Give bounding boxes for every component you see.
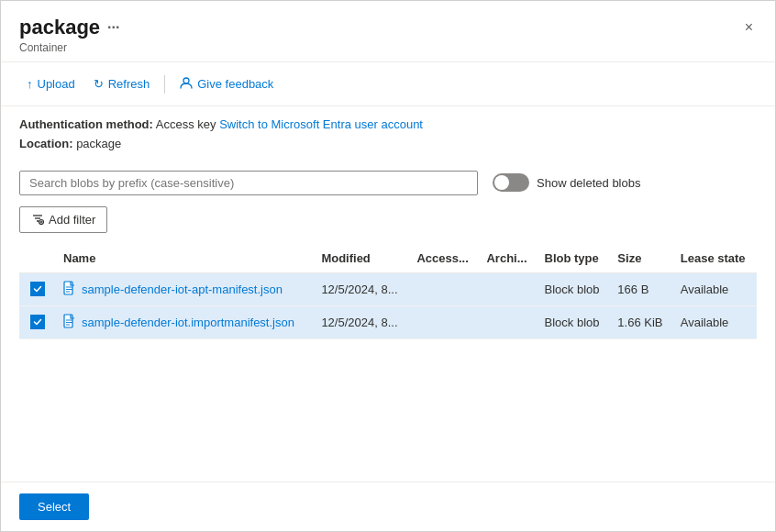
table-container: Name Modified Access... Archi... Blob ty…: [1, 244, 775, 482]
row-blob-type: Block blob: [538, 272, 611, 305]
auth-location-row: Location: package: [19, 135, 757, 154]
show-deleted-toggle[interactable]: [493, 173, 529, 192]
refresh-label: Refresh: [108, 77, 150, 91]
row-name: sample-defender-iot.importmanifest.json: [56, 305, 314, 338]
svg-rect-7: [64, 282, 72, 294]
feedback-button[interactable]: Give feedback: [172, 72, 281, 96]
close-button[interactable]: ×: [741, 17, 757, 39]
upload-icon: ↑: [27, 77, 33, 91]
auth-switch-link[interactable]: Switch to Microsoft Entra user account: [219, 117, 423, 131]
panel-options-dots[interactable]: ···: [107, 19, 119, 36]
file-icon: [63, 314, 76, 331]
row-size: 166 B: [610, 272, 672, 305]
toolbar-separator: [164, 75, 165, 94]
filter-row: Add filter: [1, 203, 775, 244]
panel-title-group: package ···: [19, 16, 119, 39]
panel-footer: Select: [1, 482, 775, 531]
row-checkbox-cell: [19, 305, 56, 338]
refresh-button[interactable]: ↻ Refresh: [86, 72, 158, 95]
col-modified[interactable]: Modified: [314, 244, 409, 273]
row-archive: [479, 272, 537, 305]
row-name: sample-defender-iot-apt-manifest.json: [56, 272, 314, 305]
blobs-table: Name Modified Access... Archi... Blob ty…: [19, 244, 757, 339]
row-checkbox[interactable]: [30, 315, 45, 329]
file-name-link[interactable]: sample-defender-iot-apt-manifest.json: [82, 283, 283, 296]
auth-location-label: Location:: [19, 137, 73, 150]
panel-title: package: [19, 16, 100, 39]
add-filter-label: Add filter: [49, 213, 95, 227]
col-lease-state[interactable]: Lease state: [673, 244, 757, 273]
table-row: sample-defender-iot-apt-manifest.json 12…: [19, 272, 757, 305]
feedback-label: Give feedback: [197, 77, 273, 91]
col-checkbox: [19, 244, 56, 273]
row-access: [409, 305, 479, 338]
search-input[interactable]: [19, 171, 478, 195]
row-lease-state: Available: [673, 305, 757, 338]
toolbar: ↑ Upload ↻ Refresh Give feedback: [1, 62, 775, 106]
show-deleted-label: Show deleted blobs: [537, 176, 640, 190]
panel: package ··· × Container ↑ Upload ↻ Refre…: [0, 0, 776, 532]
row-checkbox[interactable]: [30, 282, 45, 296]
file-name-link[interactable]: sample-defender-iot.importmanifest.json: [82, 316, 294, 329]
upload-button[interactable]: ↑ Upload: [19, 72, 83, 95]
row-lease-state: Available: [673, 272, 757, 305]
refresh-icon: ↻: [94, 77, 104, 91]
svg-point-0: [183, 78, 189, 83]
auth-method-value: Access key: [156, 117, 216, 131]
row-blob-type: Block blob: [538, 305, 611, 338]
panel-header: package ··· × Container: [1, 1, 775, 62]
col-size[interactable]: Size: [610, 244, 672, 273]
table-row: sample-defender-iot.importmanifest.json …: [19, 305, 757, 338]
auth-method-row: Authentication method: Access key Switch…: [19, 116, 757, 135]
auth-location-value: package: [76, 137, 121, 150]
row-modified: 12/5/2024, 8...: [314, 305, 409, 338]
select-button[interactable]: Select: [19, 493, 89, 520]
col-name[interactable]: Name: [56, 244, 314, 273]
col-blob-type[interactable]: Blob type: [538, 244, 611, 273]
row-archive: [479, 305, 537, 338]
table-header-row: Name Modified Access... Archi... Blob ty…: [19, 244, 757, 273]
feedback-icon: [180, 76, 193, 92]
col-access[interactable]: Access...: [409, 244, 479, 273]
add-filter-button[interactable]: Add filter: [19, 206, 107, 233]
row-modified: 12/5/2024, 8...: [314, 272, 409, 305]
auth-info: Authentication method: Access key Switch…: [1, 106, 775, 163]
auth-method-label: Authentication method:: [19, 117, 153, 131]
col-archive[interactable]: Archi...: [479, 244, 537, 273]
add-filter-icon: [31, 212, 44, 227]
search-row: Show deleted blobs: [1, 163, 775, 203]
upload-label: Upload: [38, 77, 75, 91]
row-access: [409, 272, 479, 305]
panel-subtitle: Container: [19, 41, 757, 54]
file-icon: [63, 281, 76, 298]
row-size: 1.66 KiB: [610, 305, 672, 338]
svg-rect-11: [64, 315, 72, 327]
row-checkbox-cell: [19, 272, 56, 305]
toggle-row: Show deleted blobs: [493, 173, 640, 192]
